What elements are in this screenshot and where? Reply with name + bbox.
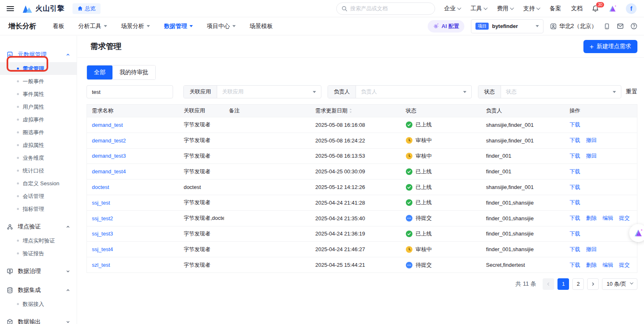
action-link[interactable]: 下载: [569, 214, 580, 222]
mobile-icon[interactable]: [604, 23, 610, 30]
sidebar-item[interactable]: 埋点实时验证: [0, 234, 77, 247]
demand-name-link[interactable]: demand_test3: [92, 153, 126, 159]
demand-name-link[interactable]: doctest: [92, 184, 109, 190]
hamburger-menu-icon[interactable]: [7, 6, 14, 11]
page-button[interactable]: 2: [572, 278, 584, 290]
action-link[interactable]: 删除: [586, 214, 597, 222]
action-link[interactable]: 撤回: [586, 246, 597, 253]
sidebar-section-header-tracking-validation[interactable]: 埋点验证: [0, 219, 77, 234]
action-link[interactable]: 撤回: [586, 152, 597, 160]
sidebar-item[interactable]: 统计口径: [0, 164, 77, 177]
nav-item-dashboard[interactable]: 看板: [53, 23, 64, 30]
action-link[interactable]: 提交: [619, 261, 630, 269]
demand-name-link[interactable]: demand_test2: [92, 138, 126, 144]
topbar-menu-item[interactable]: 支持: [523, 5, 540, 12]
column-header-label: 负责人: [486, 107, 502, 114]
demand-name-link[interactable]: szl_test: [92, 262, 110, 268]
sidebar-section-header-data-output[interactable]: 数据输出: [0, 315, 77, 324]
page-size-select[interactable]: 10 条/页: [602, 278, 637, 290]
sidebar-item[interactable]: 圈选事件: [0, 126, 77, 139]
action-link[interactable]: 下载: [569, 230, 580, 238]
sidebar-item[interactable]: 指标管理: [0, 203, 77, 215]
action-link[interactable]: 下载: [569, 261, 580, 269]
topbar-menu-item[interactable]: 费用: [497, 5, 513, 12]
action-link[interactable]: 下载: [569, 246, 580, 253]
demand-search-input[interactable]: [87, 85, 173, 98]
action-link[interactable]: 下载: [569, 184, 580, 191]
sidebar-item[interactable]: 事件属性: [0, 88, 77, 100]
cell-actions: 下载: [564, 226, 637, 242]
cell-related-app: 字节发现者: [179, 149, 224, 164]
status-select[interactable]: 状态 状态: [478, 85, 621, 98]
cell-update-date: 2025-04-25 15:44:21: [310, 257, 401, 273]
action-link[interactable]: 下载: [569, 137, 580, 144]
tab-all[interactable]: 全部: [87, 65, 112, 79]
nav-item-scene-analysis[interactable]: 场景分析: [121, 23, 150, 30]
table-row: doctestdoctest2025-05-12 14:12:26已上线shan…: [87, 179, 637, 195]
action-link[interactable]: 提交: [619, 214, 630, 222]
sidebar-section-header-data-governance[interactable]: 数据治理: [0, 264, 77, 279]
action-link[interactable]: 下载: [569, 168, 580, 175]
region-select[interactable]: 华北2（北京）: [550, 23, 597, 30]
mail-icon[interactable]: [617, 23, 624, 30]
user-avatar[interactable]: f: [626, 3, 637, 14]
ai-assistant-icon[interactable]: [608, 5, 617, 12]
sidebar-item[interactable]: 数据接入: [0, 298, 77, 310]
ai-config-button[interactable]: AI 配置: [428, 20, 465, 33]
total-count: 共 11 条: [515, 280, 536, 288]
nav-item-analysis-tools[interactable]: 分析工具: [78, 23, 107, 30]
action-link[interactable]: 删除: [586, 261, 597, 269]
sidebar-item[interactable]: 虚拟属性: [0, 139, 77, 152]
topbar-menu-item[interactable]: 企业: [444, 5, 461, 12]
prev-page-button[interactable]: [543, 278, 554, 290]
volcengine-logo[interactable]: 火山引擎: [22, 4, 64, 13]
demand-name-link[interactable]: ssj_test: [92, 200, 110, 206]
reset-button[interactable]: 重置: [626, 88, 637, 96]
notifications-button[interactable]: 30: [592, 5, 599, 12]
demand-name-link[interactable]: demand_test: [92, 122, 123, 128]
demand-name-link[interactable]: ssj_test3: [92, 231, 113, 237]
nav-item-project-center[interactable]: 项目中心: [207, 23, 236, 30]
action-link[interactable]: 撤回: [586, 137, 597, 144]
sidebar-section-header-metadata[interactable]: 元数据管理: [0, 47, 77, 62]
project-select[interactable]: 项目 bytefinder: [471, 19, 543, 33]
topbar-search-input[interactable]: 搜索产品或文档: [336, 2, 435, 15]
sidebar-item[interactable]: 自定义 Session: [0, 177, 77, 190]
ai-assistant-float-button[interactable]: [629, 224, 644, 242]
action-link[interactable]: 编辑: [602, 214, 613, 222]
sidebar-item[interactable]: 需求管理: [0, 62, 77, 75]
overview-button[interactable]: 总览: [73, 3, 101, 14]
home-icon: [77, 6, 83, 11]
nav-item-scene-templates[interactable]: 场景模板: [250, 23, 273, 30]
sidebar-item[interactable]: 虚拟事件: [0, 113, 77, 126]
next-page-button[interactable]: [587, 278, 599, 290]
sidebar-item[interactable]: 会话管理: [0, 190, 77, 203]
action-link[interactable]: 编辑: [602, 261, 613, 269]
menu-label: 企业: [444, 5, 456, 12]
create-demand-button[interactable]: + 新建埋点需求: [583, 40, 637, 53]
sidebar-section-header-data-integration[interactable]: 数据集成: [0, 283, 77, 298]
topbar-menu-item[interactable]: 文档: [571, 5, 583, 12]
cell-owner: shansijie,finder_001: [481, 133, 565, 148]
action-link[interactable]: 下载: [569, 152, 580, 160]
sidebar-item[interactable]: 业务维度: [0, 152, 77, 164]
action-link[interactable]: 下载: [569, 199, 580, 206]
help-icon[interactable]: [630, 23, 637, 30]
page-button[interactable]: 1: [557, 278, 569, 290]
demand-name-link[interactable]: ssj_test2: [92, 215, 113, 221]
sidebar-item[interactable]: 一般事件: [0, 75, 77, 88]
action-link[interactable]: 下载: [569, 121, 580, 128]
nodes-icon: [7, 224, 13, 230]
sidebar-item[interactable]: 验证报告: [0, 247, 77, 260]
sidebar-item[interactable]: 用户属性: [0, 100, 77, 113]
topbar-menu-item[interactable]: 工具: [471, 5, 487, 12]
demand-name-link[interactable]: ssj_test4: [92, 246, 113, 252]
demand-name-link[interactable]: demand_test4: [92, 168, 126, 175]
sort-icon[interactable]: [349, 108, 352, 113]
owner-select[interactable]: 负责人 负责人: [328, 85, 472, 98]
topbar-menu-item[interactable]: 备案: [550, 5, 561, 12]
plus-icon: +: [590, 43, 594, 50]
related-app-select[interactable]: 关联应用 关联应用: [183, 85, 321, 98]
nav-item-data-management[interactable]: 数据管理: [164, 23, 193, 30]
tab-my-pending[interactable]: 我的待审批: [112, 65, 155, 79]
